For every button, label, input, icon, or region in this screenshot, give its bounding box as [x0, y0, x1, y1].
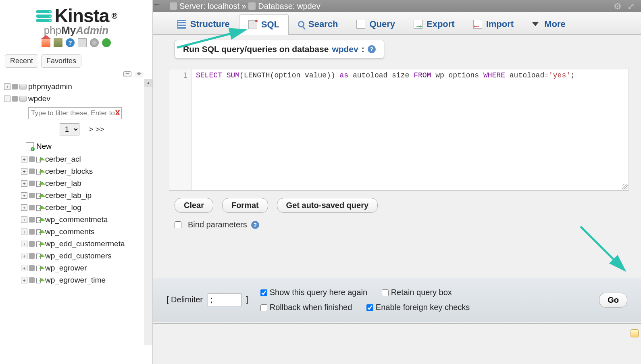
table-row[interactable]: +cerber_blocks: [3, 165, 152, 177]
topbar-arrow-icon[interactable]: ⤢: [627, 1, 637, 11]
line-number: 1: [183, 71, 187, 79]
table-row[interactable]: +wp_edd_customermeta: [3, 238, 152, 250]
clear-filter-icon[interactable]: X: [115, 108, 120, 117]
recent-button[interactable]: Recent: [5, 54, 38, 68]
logout-icon[interactable]: [54, 38, 62, 47]
rollback-checkbox[interactable]: [260, 304, 267, 311]
svg-rect-0: [36, 10, 52, 13]
table-label[interactable]: wp_egrower: [45, 264, 87, 272]
table-label[interactable]: cerber_log: [45, 203, 81, 212]
table-label[interactable]: wp_edd_customermeta: [45, 239, 125, 248]
table-row[interactable]: +wp_egrower: [3, 262, 152, 274]
table-label[interactable]: wp_edd_customers: [45, 252, 112, 260]
expand-icon[interactable]: +: [21, 265, 27, 271]
autosaved-button[interactable]: Get auto-saved query: [277, 198, 378, 213]
db-label[interactable]: wpdev: [28, 94, 50, 103]
collapse-icon[interactable]: −: [4, 96, 10, 102]
table-label[interactable]: cerber_acl: [45, 155, 81, 164]
show-again-option[interactable]: Show this query here again: [260, 288, 367, 297]
table-row[interactable]: +wp_egrower_time: [3, 274, 152, 286]
database-name[interactable]: wpdev: [297, 2, 320, 11]
table-row[interactable]: +wp_comments: [3, 226, 152, 238]
table-row[interactable]: +wp_edd_customers: [3, 250, 152, 262]
expand-icon[interactable]: +: [21, 180, 27, 187]
delimiter-input[interactable]: [208, 293, 241, 306]
tree-scrollbar[interactable]: ▴: [144, 79, 152, 345]
table-row[interactable]: +wp_commentmeta: [3, 214, 152, 226]
reload-icon[interactable]: [102, 38, 111, 47]
new-table-icon: [26, 142, 34, 150]
fk-checks-option[interactable]: Enable foreign key checks: [366, 303, 470, 312]
table-label[interactable]: wp_comments: [45, 227, 95, 236]
database-icon: [19, 96, 27, 102]
table-row[interactable]: +cerber_lab: [3, 177, 152, 189]
sql-editor: 1 SELECT SUM(LENGTH(option_value)) as au…: [169, 69, 629, 191]
expand-icon[interactable]: +: [21, 253, 27, 259]
expand-icon[interactable]: +: [21, 229, 27, 235]
show-again-checkbox[interactable]: [260, 289, 267, 296]
scroll-up-icon[interactable]: ▴: [144, 79, 152, 87]
tab-import[interactable]: Import: [464, 14, 523, 34]
link-icon[interactable]: ⚭: [135, 72, 143, 77]
sql-content: Run SQL query/queries on database wpdev:…: [153, 35, 641, 364]
table-row[interactable]: +cerber_log: [3, 202, 152, 214]
clear-button[interactable]: Clear: [175, 198, 213, 213]
pager-next[interactable]: > >>: [89, 125, 104, 133]
collapse-all-icon[interactable]: −: [123, 71, 131, 77]
filter-input[interactable]: [28, 107, 122, 119]
tbl-link-icon: [29, 277, 35, 283]
fk-checks-checkbox[interactable]: [366, 304, 373, 311]
server-name[interactable]: localhost: [208, 2, 239, 11]
expand-icon[interactable]: +: [21, 241, 27, 247]
resize-handle[interactable]: [622, 184, 628, 189]
retain-box-checkbox[interactable]: [382, 289, 389, 296]
tab-more[interactable]: More: [523, 14, 575, 34]
table-row[interactable]: +cerber_lab_ip: [3, 189, 152, 202]
tab-search[interactable]: Search: [289, 14, 347, 34]
help-icon[interactable]: ?: [251, 221, 259, 229]
table-row[interactable]: +cerber_acl: [3, 153, 152, 165]
db-link-icon: [12, 84, 18, 89]
favorites-button[interactable]: Favorites: [41, 54, 81, 68]
expand-icon[interactable]: +: [21, 216, 27, 223]
help-icon[interactable]: ?: [368, 45, 376, 53]
table-label[interactable]: cerber_lab: [45, 179, 81, 188]
table-label[interactable]: wp_commentmeta: [45, 215, 108, 224]
sql-textarea[interactable]: SELECT SUM(LENGTH(option_value)) as auto…: [192, 69, 629, 190]
sidebar-collapse-icon[interactable]: ←: [152, 1, 161, 10]
table-label[interactable]: wp_egrower_time: [45, 276, 106, 285]
table-icon: [36, 180, 44, 187]
help-icon[interactable]: ?: [66, 38, 75, 47]
expand-icon[interactable]: +: [21, 204, 27, 211]
expand-icon[interactable]: +: [21, 277, 27, 283]
tab-structure[interactable]: Structure: [168, 14, 239, 34]
new-table[interactable]: New: [26, 139, 152, 153]
retain-box-option[interactable]: Retain query box: [382, 288, 452, 297]
expand-icon[interactable]: +: [4, 83, 10, 90]
bind-parameters-checkbox[interactable]: [175, 221, 181, 228]
logo-area: Kinsta® phpMyAdmin ?: [0, 0, 152, 53]
page-select[interactable]: 1: [60, 123, 79, 135]
tab-sql[interactable]: SQL: [239, 14, 289, 35]
expand-icon[interactable]: +: [21, 192, 27, 199]
database-icon: [248, 2, 256, 10]
settings-icon[interactable]: [90, 38, 99, 47]
format-button[interactable]: Format: [222, 198, 268, 213]
db-item-wpdev[interactable]: − wpdev: [3, 93, 152, 105]
tab-query[interactable]: Query: [347, 14, 404, 34]
docs-icon[interactable]: [78, 38, 87, 47]
tab-export[interactable]: Export: [404, 14, 464, 34]
expand-icon[interactable]: +: [21, 156, 27, 162]
expand-icon[interactable]: +: [21, 168, 27, 175]
home-icon[interactable]: [42, 38, 50, 47]
console-icon[interactable]: [631, 329, 639, 337]
db-item-phpmyadmin[interactable]: + phpmyadmin: [3, 81, 152, 93]
db-label[interactable]: phpmyadmin: [28, 82, 72, 91]
page-settings-icon[interactable]: ⚙: [614, 1, 623, 11]
table-label[interactable]: cerber_blocks: [45, 167, 93, 176]
table-icon: [36, 156, 44, 163]
table-label[interactable]: cerber_lab_ip: [45, 191, 92, 200]
go-button[interactable]: Go: [599, 293, 627, 308]
sql-title-db[interactable]: wpdev: [332, 44, 358, 54]
rollback-option[interactable]: Rollback when finished: [260, 303, 352, 312]
